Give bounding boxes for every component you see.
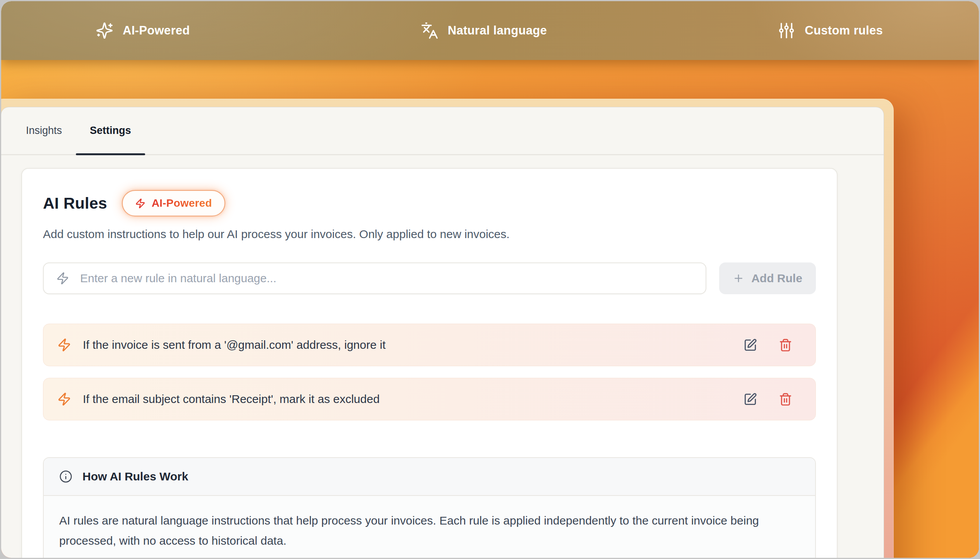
screenshot-canvas: AI-Powered Natural language Custom rules…: [1, 1, 979, 558]
zap-icon: [56, 272, 69, 285]
rule-actions: [741, 336, 802, 354]
plus-icon: [733, 273, 744, 284]
new-rule-row: Add Rule: [43, 262, 816, 294]
rules-list: If the invoice is sent from a '@gmail.co…: [43, 324, 816, 420]
card-heading-row: AI Rules AI-Powered: [43, 190, 816, 217]
feature-label: Natural language: [448, 24, 547, 38]
feature-bar: AI-Powered Natural language Custom rules: [1, 1, 979, 60]
tab-insights[interactable]: Insights: [12, 107, 76, 154]
ai-rules-card: AI Rules AI-Powered Add custom instructi…: [21, 168, 838, 558]
rule-text: If the invoice is sent from a '@gmail.co…: [83, 338, 385, 352]
feature-label: AI-Powered: [123, 24, 190, 38]
window-content: Insights Settings AI Rules AI-Powered: [1, 107, 884, 558]
trash-icon: [779, 338, 792, 352]
zap-icon: [57, 338, 71, 352]
how-box-body: AI rules are natural language instructio…: [44, 496, 815, 558]
new-rule-input-wrapper: [43, 262, 706, 294]
rule-text: If the email subject contains 'Receipt',…: [83, 393, 380, 406]
languages-icon: [421, 22, 439, 39]
badge-label: AI-Powered: [152, 197, 212, 209]
how-box-header: How AI Rules Work: [44, 458, 815, 496]
delete-rule-button[interactable]: [776, 390, 795, 408]
trash-icon: [779, 393, 792, 406]
feature-custom-rules: Custom rules: [778, 22, 883, 39]
edit-icon: [744, 338, 757, 352]
edit-rule-button[interactable]: [741, 390, 759, 408]
edit-rule-button[interactable]: [741, 336, 759, 354]
rule-row: If the email subject contains 'Receipt',…: [43, 378, 816, 420]
feature-ai-powered: AI-Powered: [96, 22, 190, 39]
rule-row: If the invoice is sent from a '@gmail.co…: [43, 324, 816, 366]
add-rule-label: Add Rule: [751, 272, 802, 285]
how-box-title: How AI Rules Work: [82, 470, 188, 483]
add-rule-button[interactable]: Add Rule: [719, 262, 816, 294]
rule-actions: [741, 390, 802, 408]
sparkles-icon: [96, 22, 113, 39]
tab-label: Settings: [90, 125, 131, 137]
zap-icon: [57, 392, 71, 406]
sliders-icon: [778, 22, 795, 39]
new-rule-input[interactable]: [79, 271, 693, 285]
feature-natural-language: Natural language: [421, 22, 547, 39]
ai-powered-badge: AI-Powered: [122, 190, 225, 216]
tab-label: Insights: [26, 125, 62, 137]
feature-label: Custom rules: [805, 24, 883, 38]
zap-icon: [135, 198, 146, 209]
info-icon: [59, 470, 72, 483]
app-window: Insights Settings AI Rules AI-Powered: [1, 99, 894, 558]
card-description: Add custom instructions to help our AI p…: [43, 228, 816, 241]
delete-rule-button[interactable]: [776, 336, 795, 354]
page-title: AI Rules: [43, 194, 107, 213]
tab-settings[interactable]: Settings: [76, 107, 145, 154]
tab-bar: Insights Settings: [1, 107, 884, 155]
edit-icon: [744, 393, 757, 406]
how-ai-rules-work-box: How AI Rules Work AI rules are natural l…: [43, 457, 816, 558]
